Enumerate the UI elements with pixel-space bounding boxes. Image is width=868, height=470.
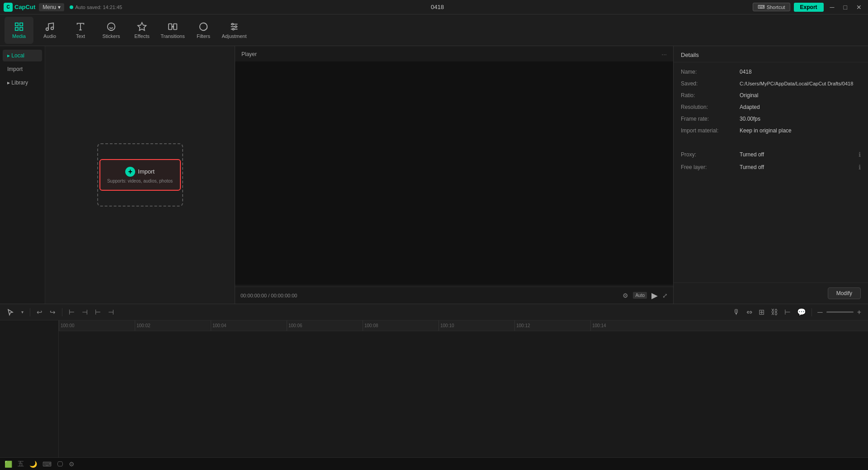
tl-separator-1 bbox=[30, 308, 30, 316]
svg-rect-3 bbox=[20, 27, 23, 30]
minimize-button[interactable]: ─ bbox=[827, 3, 837, 12]
export-button[interactable]: Export bbox=[794, 3, 824, 12]
detail-row-import-material: Import material: Keep in original place bbox=[681, 127, 861, 134]
tl-mic-button[interactable]: 🎙 bbox=[731, 307, 742, 318]
import-sub-text: Supports: videos, audios, photos bbox=[107, 179, 173, 183]
svg-point-4 bbox=[46, 28, 49, 30]
toolbar-filters-label: Filters bbox=[197, 33, 210, 39]
toolbar-item-filters[interactable]: Filters bbox=[189, 17, 218, 44]
toolbar-item-effects[interactable]: Effects bbox=[127, 17, 156, 44]
tl-zoom-bar[interactable] bbox=[826, 311, 854, 313]
logo-text: CapCut bbox=[14, 4, 35, 10]
window-title: 0418 bbox=[122, 4, 752, 10]
detail-value-framerate: 30.00fps bbox=[740, 116, 861, 122]
detail-value-resolution: Adapted bbox=[740, 104, 861, 110]
tl-split-button[interactable]: ⊢ bbox=[66, 307, 77, 318]
menu-button[interactable]: Menu ▾ bbox=[39, 3, 64, 11]
toolbar-effects-label: Effects bbox=[134, 33, 149, 39]
timeline-toolbar: ▾ ↩ ↪ ⊢ ⊣ ⊢ ⊣ 🎙 ⇔ ⊞ ⛓ ⊢ 💬 ─ + bbox=[0, 304, 868, 320]
details-divider bbox=[681, 139, 861, 146]
tl-zoom-in-button[interactable]: + bbox=[855, 307, 863, 318]
taskbar-item-1[interactable]: 🟩 bbox=[3, 460, 14, 469]
main-content: ▸ Local Import ▸ Library + Import S bbox=[0, 46, 868, 304]
ruler-mark-0: 100:00 bbox=[59, 320, 75, 331]
nav-item-local[interactable]: ▸ Local bbox=[3, 50, 42, 61]
taskbar-item-5[interactable]: 🖵 bbox=[55, 460, 65, 469]
tl-align-button[interactable]: ⊢ bbox=[782, 306, 793, 318]
detail-label-saved: Saved: bbox=[681, 80, 740, 87]
detail-value-saved: C:/Users/MyPC/AppData/Local/CapCut Draft… bbox=[740, 81, 861, 86]
free-layer-toggle-icon[interactable]: ℹ bbox=[859, 164, 861, 171]
svg-point-18 bbox=[232, 28, 234, 30]
player-fullscreen-icon[interactable]: ⤢ bbox=[662, 292, 668, 299]
tl-redo-button[interactable]: ↪ bbox=[47, 307, 58, 318]
logo-icon: C bbox=[4, 3, 13, 12]
detail-value-proxy: Turned off bbox=[740, 151, 859, 158]
taskbar-item-2[interactable]: 五 bbox=[16, 459, 26, 469]
player-panel: Player ··· 00:00:00:00 / 00:00:00:00 ⚙ A… bbox=[235, 46, 674, 304]
tl-right-controls: 🎙 ⇔ ⊞ ⛓ ⊢ 💬 ─ + bbox=[731, 306, 863, 318]
ruler-mark-2: 100:04 bbox=[211, 320, 226, 331]
tl-zoom-out-button[interactable]: ─ bbox=[815, 307, 825, 318]
detail-label-name: Name: bbox=[681, 69, 740, 75]
tl-trim-next-button[interactable]: ⊢ bbox=[93, 307, 103, 318]
proxy-toggle-icon[interactable]: ℹ bbox=[859, 151, 861, 158]
toolbar-adjustment-label: Adjustment bbox=[222, 33, 246, 39]
toolbar-transitions-label: Transitions bbox=[160, 33, 184, 39]
tl-cursor-dropdown[interactable]: ▾ bbox=[19, 308, 26, 316]
ruler-mark-5: 100:10 bbox=[439, 320, 454, 331]
timeline-track-labels bbox=[0, 320, 59, 457]
detail-value-import-material: Keep in original place bbox=[740, 127, 861, 134]
tl-undo-button[interactable]: ↩ bbox=[34, 307, 45, 318]
toolbar-stickers-label: Stickers bbox=[102, 33, 120, 39]
detail-row-proxy: Proxy: Turned off ℹ bbox=[681, 151, 861, 158]
detail-row-framerate: Frame rate: 30.00fps bbox=[681, 116, 861, 122]
taskbar: 🟩 五 🌙 ⌨ 🖵 ⚙ bbox=[0, 457, 868, 470]
left-panel: ▸ Local Import ▸ Library + Import S bbox=[0, 46, 235, 304]
tl-link-button[interactable]: ⇔ bbox=[744, 306, 755, 318]
nav-item-library[interactable]: ▸ Library bbox=[3, 77, 42, 89]
tl-chain-button[interactable]: ⛓ bbox=[769, 307, 780, 318]
toolbar-item-audio[interactable]: Audio bbox=[35, 17, 64, 44]
auto-saved-dot-icon bbox=[70, 5, 73, 9]
detail-label-free-layer: Free layer: bbox=[681, 164, 740, 170]
toolbar-item-adjustment[interactable]: Adjustment bbox=[220, 17, 249, 44]
modify-button[interactable]: Modify bbox=[828, 287, 861, 299]
toolbar-item-transitions[interactable]: Transitions bbox=[158, 17, 187, 44]
toolbar-item-text[interactable]: Text bbox=[66, 17, 95, 44]
tl-delete-button[interactable]: ⊣ bbox=[106, 307, 116, 318]
player-menu-icon[interactable]: ··· bbox=[661, 51, 667, 58]
shortcut-button[interactable]: ⌨ Shortcut bbox=[753, 3, 790, 11]
taskbar-item-6[interactable]: ⚙ bbox=[67, 460, 76, 469]
tl-comment-button[interactable]: 💬 bbox=[795, 306, 808, 318]
ruler-mark-3: 100:06 bbox=[287, 320, 302, 331]
player-play-button[interactable]: ▶ bbox=[651, 291, 658, 301]
toolbar-item-stickers[interactable]: Stickers bbox=[97, 17, 126, 44]
timeline-area: ▾ ↩ ↪ ⊢ ⊣ ⊢ ⊣ 🎙 ⇔ ⊞ ⛓ ⊢ 💬 ─ + bbox=[0, 304, 868, 457]
import-outer-area: + Import Supports: videos, audios, photo… bbox=[97, 143, 183, 207]
svg-marker-9 bbox=[138, 22, 146, 30]
close-button[interactable]: ✕ bbox=[854, 3, 864, 12]
ruler-mark-4: 100:08 bbox=[363, 320, 378, 331]
taskbar-item-3[interactable]: 🌙 bbox=[28, 460, 39, 469]
player-auto-button[interactable]: Auto bbox=[633, 292, 647, 299]
maximize-button[interactable]: □ bbox=[841, 3, 850, 12]
toolbar-item-media[interactable]: Media bbox=[5, 17, 33, 44]
player-settings-icon[interactable]: ⚙ bbox=[623, 292, 628, 299]
tl-trim-prev-button[interactable]: ⊣ bbox=[80, 307, 90, 318]
nav-item-import[interactable]: Import bbox=[3, 63, 42, 75]
menu-chevron-icon: ▾ bbox=[58, 4, 61, 10]
tl-zoom-control: ─ + bbox=[815, 307, 863, 318]
tl-magnet-button[interactable]: ⊞ bbox=[756, 306, 767, 318]
timeline-ruler: 100:00 100:02 100:04 100:06 100:08 100:1… bbox=[59, 320, 868, 331]
taskbar-item-4[interactable]: ⌨ bbox=[41, 460, 53, 469]
nav-library-label: ▸ Library bbox=[7, 80, 28, 86]
svg-rect-2 bbox=[15, 27, 18, 30]
tl-cursor-button[interactable] bbox=[5, 307, 16, 317]
toolbar-media-label: Media bbox=[12, 33, 26, 39]
svg-rect-10 bbox=[169, 24, 172, 29]
import-button[interactable]: + Import Supports: videos, audios, photo… bbox=[99, 159, 181, 191]
auto-saved-status: Auto saved: 14:21:45 bbox=[70, 5, 122, 10]
title-bar-right: ⌨ Shortcut Export ─ □ ✕ bbox=[753, 3, 864, 12]
detail-row-resolution: Resolution: Adapted bbox=[681, 104, 861, 110]
